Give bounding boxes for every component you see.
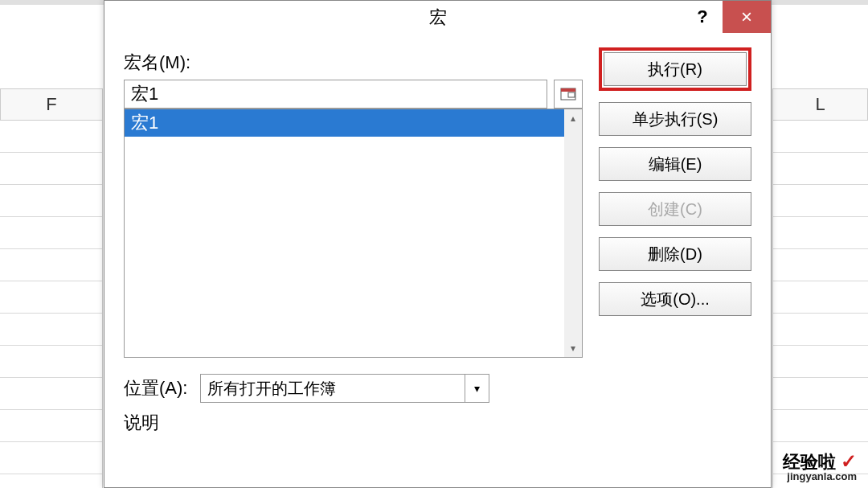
options-button[interactable]: 选项(O)... bbox=[599, 282, 751, 316]
location-value: 所有打开的工作簿 bbox=[201, 378, 465, 400]
location-row: 位置(A): 所有打开的工作簿 ▾ bbox=[124, 374, 751, 403]
title-bar: 宏 ? × bbox=[104, 1, 771, 35]
svg-rect-2 bbox=[568, 92, 575, 97]
macro-listbox[interactable]: 宏1 ▴ ▾ bbox=[124, 109, 583, 358]
create-button: 创建(C) bbox=[599, 192, 751, 226]
close-icon: × bbox=[741, 6, 752, 28]
description-label: 说明 bbox=[124, 411, 751, 435]
macro-dialog: 宏 ? × 宏名(M): bbox=[104, 0, 772, 488]
list-item[interactable]: 宏1 bbox=[125, 109, 564, 137]
svg-rect-1 bbox=[561, 88, 575, 92]
run-button[interactable]: 执行(R) bbox=[604, 52, 747, 86]
list-column: 宏1 ▴ ▾ bbox=[124, 80, 583, 358]
watermark-text: 经验啦 ✓ bbox=[783, 452, 857, 471]
delete-button[interactable]: 删除(D) bbox=[599, 237, 751, 271]
watermark-main: 经验啦 bbox=[783, 452, 836, 472]
dialog-title: 宏 bbox=[429, 6, 447, 30]
button-column: 执行(R) 单步执行(S) 编辑(E) 创建(C) 删除(D) 选项(O)... bbox=[599, 80, 751, 358]
step-button[interactable]: 单步执行(S) bbox=[599, 102, 751, 136]
run-highlight: 执行(R) bbox=[599, 47, 751, 91]
col-header-right[interactable]: L bbox=[772, 88, 868, 121]
title-bar-buttons: ? × bbox=[682, 1, 771, 33]
scroll-down-icon[interactable]: ▾ bbox=[564, 339, 582, 357]
close-button[interactable]: × bbox=[723, 1, 771, 33]
collapse-dialog-icon[interactable] bbox=[554, 80, 583, 109]
scrollbar[interactable]: ▴ ▾ bbox=[564, 109, 582, 357]
location-select[interactable]: 所有打开的工作簿 ▾ bbox=[200, 374, 489, 403]
macro-name-input[interactable] bbox=[124, 80, 547, 109]
chevron-down-icon[interactable]: ▾ bbox=[465, 375, 489, 402]
help-button[interactable]: ? bbox=[682, 1, 723, 33]
edit-button[interactable]: 编辑(E) bbox=[599, 147, 751, 181]
watermark: 经验啦 ✓ jingyanla.com bbox=[783, 452, 857, 482]
dialog-body: 宏名(M): 宏1 bbox=[104, 35, 771, 435]
col-header-left[interactable]: F bbox=[0, 88, 103, 121]
main-columns: 宏1 ▴ ▾ 执行(R) 单步执行(S) 编辑(E) 创建(C) 删除(D) 选… bbox=[124, 80, 751, 358]
check-icon: ✓ bbox=[841, 450, 857, 472]
name-input-row bbox=[124, 80, 583, 109]
grid-right bbox=[772, 121, 868, 488]
scroll-up-icon[interactable]: ▴ bbox=[564, 109, 582, 127]
grid-left bbox=[0, 121, 103, 488]
location-label: 位置(A): bbox=[124, 376, 187, 400]
watermark-url: jingyanla.com bbox=[783, 471, 857, 482]
macro-list-inner: 宏1 bbox=[125, 109, 564, 357]
